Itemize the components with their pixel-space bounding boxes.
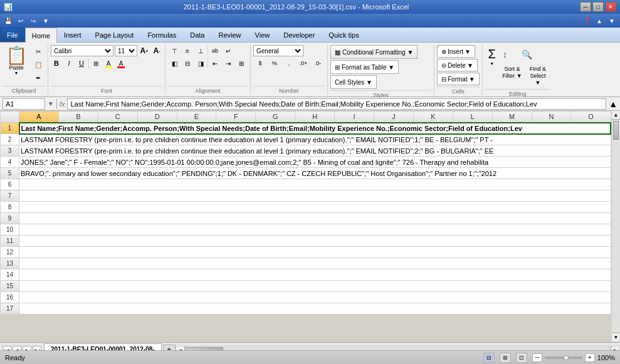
ribbon-minimize-btn[interactable]: ▲ [594, 16, 605, 26]
col-header-m[interactable]: M [492, 112, 532, 123]
col-header-l[interactable]: L [453, 112, 492, 123]
sheet-nav-next[interactable]: ► [23, 346, 31, 350]
italic-button[interactable]: I [63, 58, 75, 69]
fill-color-button[interactable]: A [103, 58, 114, 69]
cell-reference-box[interactable]: A1 [3, 98, 45, 110]
cell-a4[interactable]: JONES;" Jane";" F - Female";" NO";" NO";… [19, 157, 611, 168]
horizontal-scrollbar[interactable]: ◄ ► [176, 346, 620, 350]
font-face-select[interactable]: Calibri [51, 45, 113, 56]
format-table-btn[interactable]: ⊞ Format as Table ▼ [330, 60, 399, 74]
merge-center-btn[interactable]: ⊞ [235, 58, 248, 69]
font-color-button[interactable]: A [115, 58, 127, 69]
save-quick-btn[interactable]: 💾 [3, 16, 14, 26]
cell-a12[interactable] [19, 247, 611, 258]
format-cell-btn[interactable]: ⊟ Format ▼ [437, 73, 480, 85]
paste-button[interactable]: 📋 Paste ▼ [3, 45, 30, 77]
page-layout-view-btn[interactable]: ⊞ [500, 353, 511, 363]
cell-a9[interactable] [19, 213, 611, 224]
font-shrink-btn[interactable]: A- [151, 45, 162, 56]
redo-quick-btn[interactable]: ↪ [28, 16, 39, 26]
normal-view-btn[interactable]: ⊟ [483, 353, 495, 363]
cell-a8[interactable] [19, 202, 611, 213]
bot-align-btn[interactable]: ⊥ [194, 45, 207, 56]
zoom-slider[interactable] [545, 356, 582, 359]
find-select-btn[interactable]: Find &Select ▼ [525, 64, 550, 88]
tab-insert[interactable]: Insert [57, 28, 88, 42]
undo-quick-btn[interactable]: ↩ [15, 16, 26, 26]
tab-quick-tips[interactable]: Quick tips [322, 28, 365, 42]
inc-decimal-btn[interactable]: .0+ [297, 58, 310, 69]
cell-a5[interactable]: BRAVO;". primary and lower secondary edu… [19, 168, 611, 179]
sheet-tab-active[interactable]: 2011-1-BE3-LEO01-00001_2012-08- [44, 343, 162, 350]
currency-btn[interactable]: $ [253, 58, 267, 69]
sort-filter-btn[interactable]: Sort &Filter ▼ [500, 64, 524, 88]
cell-a6[interactable] [19, 179, 611, 190]
copy-button[interactable]: 📋 [31, 58, 45, 71]
left-align-btn[interactable]: ◧ [168, 58, 181, 69]
scroll-right-btn[interactable]: ► [611, 346, 619, 350]
col-header-k[interactable]: K [413, 112, 453, 123]
percent-btn[interactable]: % [268, 58, 281, 69]
zoom-handle[interactable] [564, 355, 569, 360]
zoom-out-btn[interactable]: ─ [532, 353, 542, 362]
paste-dropdown[interactable]: ▼ [14, 71, 19, 75]
mid-align-btn[interactable]: ≡ [181, 45, 194, 56]
top-align-btn[interactable]: ⊤ [168, 45, 181, 56]
border-button[interactable]: ⊞ [90, 58, 102, 69]
dec-decimal-btn[interactable]: .0- [311, 58, 325, 69]
formula-input[interactable]: Last Name;First Name;Gender;Accomp. Pers… [67, 98, 606, 110]
formula-expand-btn[interactable]: ▼ [48, 100, 54, 107]
tab-review[interactable]: Review [211, 28, 248, 42]
vertical-scrollbar[interactable]: ▲ ▼ [611, 111, 620, 341]
col-header-f[interactable]: F [216, 112, 256, 123]
cell-a17[interactable] [19, 303, 611, 315]
cell-a16[interactable] [19, 292, 611, 303]
tab-file[interactable]: File [0, 28, 25, 42]
underline-button[interactable]: U [76, 58, 87, 69]
sheet-nav-last[interactable]: ►| [33, 346, 41, 350]
formula-scroll-btn[interactable]: ▲ [609, 99, 617, 109]
zoom-in-btn[interactable]: + [585, 353, 595, 362]
col-header-a[interactable]: A [19, 112, 59, 123]
increase-indent-btn[interactable]: ⇥ [222, 58, 234, 69]
tab-formulas[interactable]: Formulas [140, 28, 183, 42]
scroll-thumb-v[interactable] [613, 121, 619, 140]
col-header-i[interactable]: I [335, 112, 374, 123]
delete-cell-btn[interactable]: ⊖ Delete ▼ [437, 59, 478, 71]
format-painter-button[interactable]: ✒ [31, 71, 45, 84]
tab-home[interactable]: Home [25, 28, 57, 43]
col-header-e[interactable]: E [177, 112, 216, 123]
font-grow-btn[interactable]: A+ [139, 45, 150, 56]
conditional-format-btn[interactable]: ▦ Conditional Formatting ▼ [330, 45, 418, 59]
fx-label[interactable]: fx [60, 100, 65, 108]
col-header-j[interactable]: J [374, 112, 414, 123]
font-size-select[interactable]: 11 [115, 45, 137, 56]
col-header-c[interactable]: C [98, 112, 137, 123]
cell-a15[interactable] [19, 281, 611, 292]
new-sheet-btn[interactable]: + [163, 345, 176, 350]
scroll-down-btn[interactable]: ▼ [612, 333, 620, 341]
tab-page-layout[interactable]: Page Layout [88, 28, 141, 42]
col-header-h[interactable]: H [295, 112, 335, 123]
title-bar-controls[interactable]: ─ □ ✕ [580, 2, 616, 12]
cell-styles-btn[interactable]: Cell Styles ▼ [330, 75, 377, 89]
scroll-up-btn[interactable]: ▲ [612, 111, 620, 120]
col-header-n[interactable]: N [532, 112, 571, 123]
cell-a3[interactable]: LASTNAM FORESTRY (pre-prim i.e. to pre c… [19, 145, 611, 157]
cell-a7[interactable] [19, 190, 611, 202]
orient-btn[interactable]: ab [209, 45, 221, 56]
sheet-nav-prev[interactable]: ◄ [13, 346, 21, 350]
tab-data[interactable]: Data [183, 28, 211, 42]
scroll-left-btn[interactable]: ◄ [176, 346, 185, 350]
comma-btn[interactable]: , [282, 58, 296, 69]
col-header-g[interactable]: G [256, 112, 295, 123]
page-break-view-btn[interactable]: ⊡ [516, 353, 527, 363]
decrease-indent-btn[interactable]: ⇤ [209, 58, 221, 69]
close-btn[interactable]: ✕ [605, 2, 616, 12]
sheet-nav-first[interactable]: |◄ [3, 346, 11, 350]
cell-a10[interactable] [19, 224, 611, 236]
right-align-btn[interactable]: ◨ [194, 58, 207, 69]
tab-view[interactable]: View [248, 28, 277, 42]
cut-button[interactable]: ✂ [31, 45, 45, 58]
cell-a13[interactable] [19, 258, 611, 269]
